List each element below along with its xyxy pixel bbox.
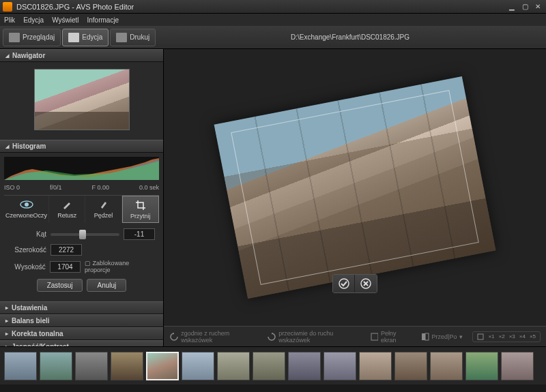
titlebar: DSC01826.JPG - AVS Photo Editor ▁ ▢ ✕ xyxy=(0,0,546,14)
panel-navigator[interactable]: Nawigator xyxy=(0,49,163,62)
svg-point-2 xyxy=(339,279,349,288)
svg-rect-6 xyxy=(425,333,429,340)
thumbnail[interactable] xyxy=(4,352,37,380)
thumbnail[interactable] xyxy=(430,352,463,380)
thumbnail[interactable] xyxy=(465,352,498,380)
confirm-button[interactable] xyxy=(333,275,355,292)
menu-info[interactable]: Informacje xyxy=(87,16,119,24)
tool-crop[interactable]: Przytnij xyxy=(122,196,159,223)
panel-settings[interactable]: Ustawienia xyxy=(0,301,163,314)
lock-checkbox[interactable]: ▢ Zablokowane proporcje xyxy=(85,260,155,273)
minimize-button[interactable]: ▁ xyxy=(506,2,517,12)
tool-brush[interactable]: Pędzel xyxy=(85,196,121,223)
print-label: Drukuj xyxy=(130,33,149,41)
browse-button[interactable]: Przeglądaj xyxy=(3,29,61,46)
exif-row: ISO 0 f/0/1 F 0.00 0.0 sek xyxy=(4,183,159,195)
browse-label: Przeglądaj xyxy=(23,33,55,41)
angle-slider[interactable] xyxy=(51,233,119,236)
thumbnail[interactable] xyxy=(501,352,534,380)
cancel-crop-button[interactable] xyxy=(355,275,377,292)
menubar: Plik Edycja Wyświetl Informacje xyxy=(0,14,546,26)
thumbnail-strip xyxy=(0,346,546,385)
brush-label: Pędzel xyxy=(94,212,113,219)
thumbnail[interactable] xyxy=(394,352,427,380)
apply-button[interactable]: Zastosuj xyxy=(37,279,83,292)
zoom-x1[interactable]: ×1 xyxy=(488,333,494,340)
retouch-label: Retusz xyxy=(57,212,76,219)
thumbnail[interactable] xyxy=(75,352,108,380)
canvas-area: zgodnie z ruchem wskazówek przeciwnie do… xyxy=(164,49,546,346)
close-button[interactable]: ✕ xyxy=(532,2,543,12)
zoom-x2[interactable]: ×2 xyxy=(499,333,505,340)
rotate-cw-icon xyxy=(267,332,276,342)
tool-retouch[interactable]: Retusz xyxy=(49,196,85,223)
navigator-thumbnail[interactable] xyxy=(34,69,130,130)
cancel-button[interactable]: Anuluj xyxy=(87,279,126,292)
svg-rect-5 xyxy=(422,333,425,340)
printer-icon xyxy=(116,33,127,42)
histogram-display xyxy=(4,157,159,180)
redeye-label: CzerwoneOczy xyxy=(5,212,47,219)
thumbnail[interactable] xyxy=(217,352,250,380)
edit-label: Edycja xyxy=(82,33,102,41)
fit-icon[interactable] xyxy=(477,333,484,340)
compare-button[interactable]: Przed|Po ▾ xyxy=(421,333,463,341)
thumbnail-selected[interactable] xyxy=(146,352,179,380)
thumbnail[interactable] xyxy=(182,352,214,380)
file-path: D:\Exchange\Frankfurt\DSC01826.JPG xyxy=(157,33,543,41)
svg-point-1 xyxy=(25,202,29,207)
height-label: Wysokość xyxy=(8,263,46,271)
panel-brightness[interactable]: Jasność/Kontrast xyxy=(0,340,163,346)
crop-icon xyxy=(124,199,157,211)
chevron-down-icon: ▾ xyxy=(459,333,463,340)
check-icon xyxy=(338,277,350,290)
exif-fstop: f/0/1 xyxy=(50,184,62,191)
menu-file[interactable]: Plik xyxy=(4,16,15,24)
eye-icon xyxy=(5,198,47,211)
canvas-toolbar: zgodnie z ruchem wskazówek przeciwnie do… xyxy=(164,326,546,346)
pencil-icon xyxy=(68,33,79,42)
zoom-x3[interactable]: ×3 xyxy=(509,333,515,340)
exif-iso: ISO 0 xyxy=(4,184,20,191)
thumbnail[interactable] xyxy=(324,352,356,380)
thumbnail[interactable] xyxy=(40,352,72,380)
svg-rect-7 xyxy=(478,334,483,340)
width-label: Szerokość xyxy=(8,246,46,254)
thumbnail[interactable] xyxy=(253,352,285,380)
zoom-controls: ×1 ×2 ×3 ×4 ×5 xyxy=(472,331,541,342)
zoom-x5[interactable]: ×5 xyxy=(530,333,536,340)
panel-whitebalance[interactable]: Balans bieli xyxy=(0,314,163,327)
rotate-cw[interactable]: przeciwnie do ruchu wskazówek xyxy=(267,330,361,344)
canvas-viewport[interactable] xyxy=(164,49,546,326)
menu-view[interactable]: Wyświetl xyxy=(52,16,78,24)
panel-tonal[interactable]: Korekta tonalna xyxy=(0,327,163,340)
slider-handle[interactable] xyxy=(79,230,86,239)
thumbnail[interactable] xyxy=(111,352,143,380)
fullscreen-button[interactable]: Pełny ekran xyxy=(371,330,412,344)
thumbnail[interactable] xyxy=(359,352,392,380)
folder-icon xyxy=(9,33,20,42)
edit-button[interactable]: Edycja xyxy=(62,29,109,46)
tool-redeye[interactable]: CzerwoneOczy xyxy=(4,196,49,223)
window-title: DSC01826.JPG - AVS Photo Editor xyxy=(16,3,506,11)
paintbrush-icon xyxy=(87,198,119,211)
angle-label: Kąt xyxy=(8,230,46,238)
angle-value[interactable]: -11 xyxy=(124,228,155,240)
image-preview[interactable] xyxy=(214,76,496,299)
exif-focal: F 0.00 xyxy=(91,184,109,191)
main-toolbar: Przeglądaj Edycja Drukuj D:\Exchange\Fra… xyxy=(0,26,546,49)
maximize-button[interactable]: ▢ xyxy=(519,2,530,12)
app-icon xyxy=(3,2,12,12)
print-button[interactable]: Drukuj xyxy=(110,29,156,46)
zoom-x4[interactable]: ×4 xyxy=(519,333,526,340)
width-value[interactable]: 2272 xyxy=(51,244,82,256)
exif-shutter: 0.0 sek xyxy=(139,184,159,191)
fullscreen-icon xyxy=(371,333,378,341)
thumbnail[interactable] xyxy=(288,352,321,380)
rotate-ccw-icon xyxy=(169,332,178,342)
menu-edit[interactable]: Edycja xyxy=(23,16,44,24)
panel-histogram[interactable]: Histogram xyxy=(0,140,163,153)
rotate-ccw[interactable]: zgodnie z ruchem wskazówek xyxy=(169,330,257,344)
height-value[interactable]: 1704 xyxy=(50,261,81,273)
compare-icon xyxy=(421,333,429,341)
